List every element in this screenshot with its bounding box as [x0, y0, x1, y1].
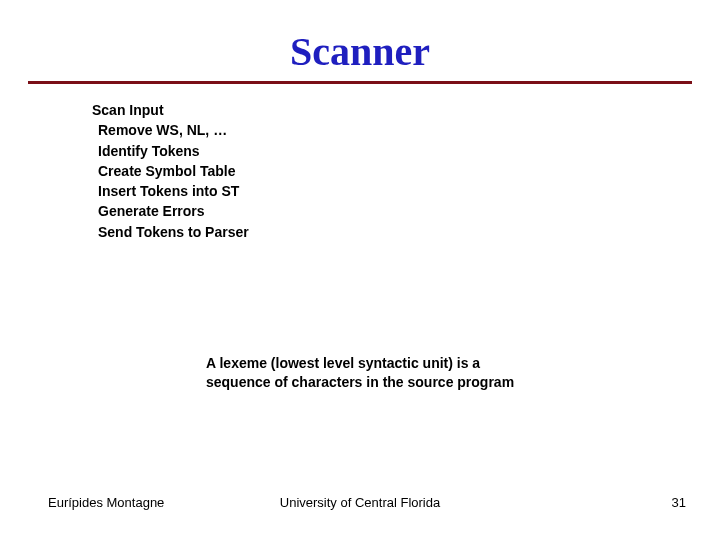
list-item: Remove WS, NL, … — [98, 120, 720, 140]
definition-text: A lexeme (lowest level syntactic unit) i… — [206, 354, 526, 392]
list-item: Identify Tokens — [98, 141, 720, 161]
footer-page-number: 31 — [672, 495, 686, 510]
slide-title: Scanner — [290, 28, 430, 75]
list-item: Generate Errors — [98, 201, 720, 221]
footer-affiliation: University of Central Florida — [280, 495, 440, 510]
footer-author: Eurípides Montagne — [48, 495, 164, 510]
list-item: Insert Tokens into ST — [98, 181, 720, 201]
list-item: Send Tokens to Parser — [98, 222, 720, 242]
steps-list: Scan Input Remove WS, NL, … Identify Tok… — [92, 100, 720, 242]
list-item: Create Symbol Table — [98, 161, 720, 181]
list-header: Scan Input — [92, 100, 720, 120]
title-underline — [28, 81, 692, 84]
